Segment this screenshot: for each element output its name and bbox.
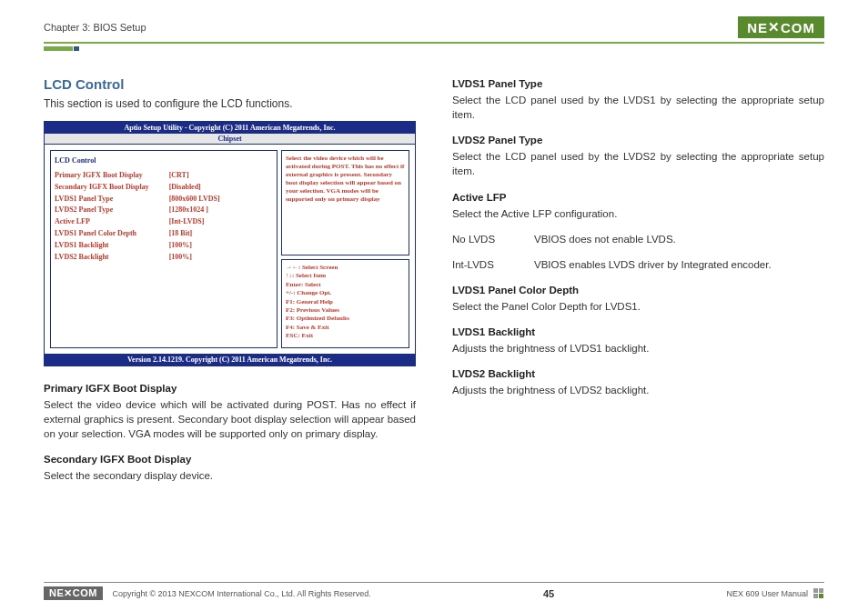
desc-heading: LVDS1 Panel Type <box>452 76 824 91</box>
def-term: Int-LVDS <box>452 257 534 272</box>
def-desc: VBIOS does not enable LVDS. <box>534 232 676 246</box>
bios-right-pane: Select the video device which will be ac… <box>281 150 409 348</box>
footer-logo: NE✕COM <box>44 586 103 600</box>
bios-settings-pane: LCD Control Primary IGFX Boot Display[CR… <box>50 150 278 348</box>
bios-row: LVDS1 Panel Type[800x600 LVDS] <box>55 194 273 205</box>
footer-squares-icon <box>813 588 824 599</box>
desc-text: Select the video device which will be ac… <box>44 397 416 441</box>
bios-tabbar: Chipset <box>45 134 415 145</box>
bios-help-text: Select the video device which will be ac… <box>281 150 409 255</box>
left-column: LCD Control This section is used to conf… <box>44 76 416 495</box>
desc-text: Adjusts the brightness of LVDS2 backligh… <box>452 383 824 397</box>
brand-logo: NE✕COM <box>738 16 824 38</box>
bios-footer: Version 2.14.1219. Copyright (C) 2011 Am… <box>45 354 415 366</box>
section-intro: This section is used to configure the LC… <box>44 97 416 110</box>
page-number: 45 <box>543 588 554 599</box>
section-title: LCD Control <box>44 76 416 92</box>
def-desc: VBIOS enables LVDS driver by Integrated … <box>534 257 772 272</box>
desc-text: Select the Panel Color Depth for LVDS1. <box>452 299 824 314</box>
chapter-label: Chapter 3: BIOS Setup <box>44 22 146 33</box>
bios-row: LVDS1 Panel Color Depth[18 Bit] <box>55 228 273 240</box>
desc-heading: LVDS1 Panel Color Depth <box>452 283 824 297</box>
bios-row: LVDS2 Panel Type[1280x1024 ] <box>55 205 273 216</box>
page-footer: NE✕COM Copyright © 2013 NEXCOM Internati… <box>44 582 824 600</box>
desc-heading: LVDS2 Panel Type <box>452 133 824 147</box>
desc-text: Adjusts the brightness of LVDS1 backligh… <box>452 341 824 356</box>
brand-part2: COM <box>781 20 815 35</box>
bios-row: Active LFP[Int-LVDS] <box>55 216 273 228</box>
desc-text: Select the Active LFP configuration. <box>452 206 824 221</box>
desc-heading: Secondary IGFX Boot Display <box>44 452 416 466</box>
bios-row: Primary IGFX Boot Display[CRT] <box>55 170 273 182</box>
desc-stack: LVDS1 Panel Type Select the LCD panel us… <box>452 76 824 398</box>
brand-x-icon: ✕ <box>768 19 781 35</box>
desc-text: Select the LCD panel used by the LVDS2 b… <box>452 149 824 178</box>
desc-text: Select the secondary display device. <box>44 468 416 483</box>
bios-key-legend: →←: Select Screen ↑↓: Select Item Enter:… <box>281 259 409 348</box>
definition-row: Int-LVDS VBIOS enables LVDS driver by In… <box>452 257 824 272</box>
right-column: LVDS1 Panel Type Select the LCD panel us… <box>452 76 824 495</box>
desc-heading: LVDS1 Backlight <box>452 325 824 339</box>
page-header: Chapter 3: BIOS Setup NE✕COM <box>44 16 824 44</box>
doc-name: NEX 609 User Manual <box>726 589 808 598</box>
desc-heading: LVDS2 Backlight <box>452 366 824 381</box>
copyright-text: Copyright © 2013 NEXCOM International Co… <box>112 589 370 598</box>
header-accent <box>44 46 824 51</box>
bios-screenshot: Aptio Setup Utility - Copyright (C) 2011… <box>44 121 416 366</box>
bios-row: LVDS2 Backlight[100%] <box>55 252 273 264</box>
desc-heading: Active LFP <box>452 190 824 205</box>
def-term: No LVDS <box>452 232 534 246</box>
bios-titlebar: Aptio Setup Utility - Copyright (C) 2011… <box>45 122 415 134</box>
definition-row: No LVDS VBIOS does not enable LVDS. <box>452 232 824 246</box>
desc-primary-igfx: Primary IGFX Boot Display Select the vid… <box>44 381 416 484</box>
brand-part1: NE <box>747 20 768 35</box>
bios-row: Secondary IGFX Boot Display[Disabled] <box>55 182 273 194</box>
bios-row: LVDS1 Backlight[100%] <box>55 240 273 252</box>
desc-heading: Primary IGFX Boot Display <box>44 381 416 396</box>
bios-body: LCD Control Primary IGFX Boot Display[CR… <box>45 145 415 354</box>
footer-right: NEX 609 User Manual <box>726 588 824 599</box>
desc-text: Select the LCD panel used by the LVDS1 b… <box>452 93 824 122</box>
footer-left: NE✕COM Copyright © 2013 NEXCOM Internati… <box>44 586 371 600</box>
content-columns: LCD Control This section is used to conf… <box>44 76 824 495</box>
bios-section-header: LCD Control <box>55 156 273 165</box>
